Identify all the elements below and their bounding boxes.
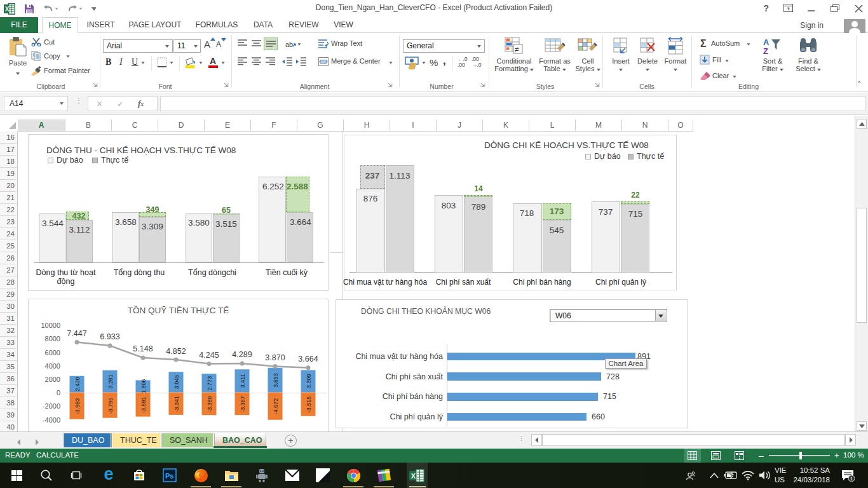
svg-text:≠: ≠ — [515, 45, 519, 54]
svg-text:A: A — [763, 37, 770, 47]
svg-text:1: 1 — [850, 476, 853, 482]
svg-text:Ps: Ps — [165, 472, 173, 480]
svg-text:ab: ab — [285, 41, 293, 48]
svg-text:Z: Z — [763, 46, 768, 56]
svg-text:X: X — [411, 472, 416, 480]
